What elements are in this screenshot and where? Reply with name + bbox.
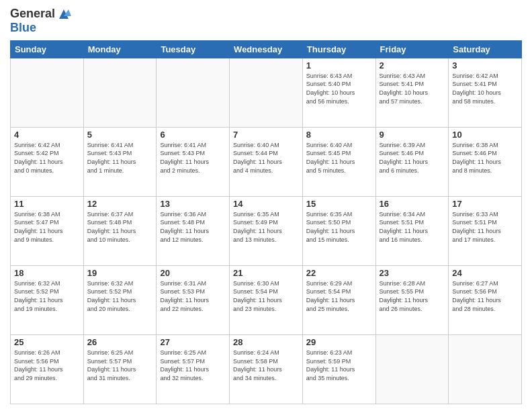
day-cell: 29Sunrise: 6:23 AMSunset: 5:59 PMDayligh… — [302, 334, 375, 404]
logo-icon — [56, 7, 71, 21]
day-info: Sunrise: 6:32 AMSunset: 5:52 PMDaylight:… — [14, 279, 80, 313]
day-number: 12 — [87, 199, 153, 209]
logo-text-blue: Blue — [10, 21, 71, 35]
day-cell: 10Sunrise: 6:38 AMSunset: 5:46 PMDayligh… — [449, 127, 522, 196]
day-info: Sunrise: 6:25 AMSunset: 5:57 PMDaylight:… — [160, 349, 226, 382]
day-info: Sunrise: 6:33 AMSunset: 5:51 PMDaylight:… — [452, 210, 518, 244]
day-cell: 3Sunrise: 6:42 AMSunset: 5:41 PMDaylight… — [449, 58, 522, 127]
day-number: 9 — [380, 130, 445, 140]
day-number: 7 — [233, 130, 299, 140]
day-info: Sunrise: 6:39 AMSunset: 5:46 PMDaylight:… — [380, 141, 445, 175]
day-number: 15 — [306, 199, 372, 209]
col-header-saturday: Saturday — [449, 40, 522, 58]
day-number: 10 — [452, 130, 518, 140]
day-number: 20 — [160, 268, 226, 278]
day-cell: 26Sunrise: 6:25 AMSunset: 5:57 PMDayligh… — [83, 334, 157, 404]
day-cell: 19Sunrise: 6:32 AMSunset: 5:52 PMDayligh… — [83, 265, 157, 334]
day-info: Sunrise: 6:35 AMSunset: 5:50 PMDaylight:… — [306, 210, 372, 244]
day-number: 4 — [14, 130, 80, 140]
day-info: Sunrise: 6:34 AMSunset: 5:51 PMDaylight:… — [380, 210, 445, 244]
col-header-tuesday: Tuesday — [157, 40, 230, 58]
day-number: 22 — [306, 268, 372, 278]
day-cell: 23Sunrise: 6:28 AMSunset: 5:55 PMDayligh… — [375, 265, 449, 334]
day-cell — [83, 58, 157, 127]
day-number: 24 — [452, 268, 518, 278]
page: General Blue SundayMondayTuesdayWednesda… — [0, 0, 532, 411]
day-info: Sunrise: 6:35 AMSunset: 5:49 PMDaylight:… — [233, 210, 299, 244]
day-number: 21 — [233, 268, 299, 278]
day-info: Sunrise: 6:36 AMSunset: 5:48 PMDaylight:… — [160, 210, 226, 244]
day-info: Sunrise: 6:41 AMSunset: 5:43 PMDaylight:… — [87, 141, 153, 175]
day-cell: 5Sunrise: 6:41 AMSunset: 5:43 PMDaylight… — [83, 127, 157, 196]
day-number: 28 — [233, 337, 299, 347]
day-number: 6 — [160, 130, 226, 140]
col-header-thursday: Thursday — [302, 40, 375, 58]
day-cell: 25Sunrise: 6:26 AMSunset: 5:56 PMDayligh… — [11, 334, 84, 404]
day-number: 16 — [380, 199, 445, 209]
day-cell: 11Sunrise: 6:38 AMSunset: 5:47 PMDayligh… — [11, 196, 84, 265]
day-info: Sunrise: 6:26 AMSunset: 5:56 PMDaylight:… — [14, 349, 80, 382]
day-number: 25 — [14, 337, 80, 347]
day-info: Sunrise: 6:38 AMSunset: 5:47 PMDaylight:… — [14, 210, 80, 244]
day-number: 19 — [87, 268, 153, 278]
day-cell: 15Sunrise: 6:35 AMSunset: 5:50 PMDayligh… — [302, 196, 375, 265]
day-info: Sunrise: 6:43 AMSunset: 5:40 PMDaylight:… — [306, 72, 372, 105]
day-cell: 18Sunrise: 6:32 AMSunset: 5:52 PMDayligh… — [11, 265, 84, 334]
day-cell — [375, 334, 449, 404]
day-cell: 28Sunrise: 6:24 AMSunset: 5:58 PMDayligh… — [230, 334, 303, 404]
day-info: Sunrise: 6:24 AMSunset: 5:58 PMDaylight:… — [233, 349, 299, 382]
day-cell: 2Sunrise: 6:43 AMSunset: 5:41 PMDaylight… — [375, 58, 449, 127]
day-number: 23 — [380, 268, 445, 278]
week-row-5: 25Sunrise: 6:26 AMSunset: 5:56 PMDayligh… — [11, 334, 522, 404]
day-cell: 6Sunrise: 6:41 AMSunset: 5:43 PMDaylight… — [157, 127, 230, 196]
day-number: 26 — [87, 337, 153, 347]
day-info: Sunrise: 6:43 AMSunset: 5:41 PMDaylight:… — [380, 72, 445, 105]
calendar-header-row: SundayMondayTuesdayWednesdayThursdayFrid… — [11, 40, 522, 58]
day-number: 2 — [380, 60, 445, 71]
day-cell — [157, 58, 230, 127]
week-row-3: 11Sunrise: 6:38 AMSunset: 5:47 PMDayligh… — [11, 196, 522, 265]
day-number: 17 — [452, 199, 518, 209]
week-row-4: 18Sunrise: 6:32 AMSunset: 5:52 PMDayligh… — [11, 265, 522, 334]
day-cell: 24Sunrise: 6:27 AMSunset: 5:56 PMDayligh… — [449, 265, 522, 334]
day-cell: 9Sunrise: 6:39 AMSunset: 5:46 PMDaylight… — [375, 127, 449, 196]
logo: General Blue — [10, 7, 71, 35]
day-cell — [230, 58, 303, 127]
logo-text-general: General — [10, 7, 55, 21]
day-info: Sunrise: 6:29 AMSunset: 5:54 PMDaylight:… — [306, 279, 372, 313]
day-number: 5 — [87, 130, 153, 140]
day-cell — [11, 58, 84, 127]
day-cell: 1Sunrise: 6:43 AMSunset: 5:40 PMDaylight… — [302, 58, 375, 127]
day-number: 18 — [14, 268, 80, 278]
day-info: Sunrise: 6:42 AMSunset: 5:42 PMDaylight:… — [14, 141, 80, 175]
day-cell: 12Sunrise: 6:37 AMSunset: 5:48 PMDayligh… — [83, 196, 157, 265]
day-info: Sunrise: 6:42 AMSunset: 5:41 PMDaylight:… — [452, 72, 518, 105]
day-info: Sunrise: 6:40 AMSunset: 5:44 PMDaylight:… — [233, 141, 299, 175]
day-number: 3 — [452, 60, 518, 71]
day-info: Sunrise: 6:40 AMSunset: 5:45 PMDaylight:… — [306, 141, 372, 175]
calendar-table: SundayMondayTuesdayWednesdayThursdayFrid… — [10, 40, 522, 404]
col-header-monday: Monday — [83, 40, 157, 58]
col-header-wednesday: Wednesday — [230, 40, 303, 58]
day-number: 11 — [14, 199, 80, 209]
day-info: Sunrise: 6:30 AMSunset: 5:54 PMDaylight:… — [233, 279, 299, 313]
day-cell: 7Sunrise: 6:40 AMSunset: 5:44 PMDaylight… — [230, 127, 303, 196]
day-info: Sunrise: 6:37 AMSunset: 5:48 PMDaylight:… — [87, 210, 153, 244]
day-cell: 8Sunrise: 6:40 AMSunset: 5:45 PMDaylight… — [302, 127, 375, 196]
day-number: 1 — [306, 60, 372, 71]
day-cell: 17Sunrise: 6:33 AMSunset: 5:51 PMDayligh… — [449, 196, 522, 265]
day-info: Sunrise: 6:25 AMSunset: 5:57 PMDaylight:… — [87, 349, 153, 382]
day-number: 13 — [160, 199, 226, 209]
day-cell: 13Sunrise: 6:36 AMSunset: 5:48 PMDayligh… — [157, 196, 230, 265]
day-cell: 14Sunrise: 6:35 AMSunset: 5:49 PMDayligh… — [230, 196, 303, 265]
day-cell: 22Sunrise: 6:29 AMSunset: 5:54 PMDayligh… — [302, 265, 375, 334]
week-row-1: 1Sunrise: 6:43 AMSunset: 5:40 PMDaylight… — [11, 58, 522, 127]
day-info: Sunrise: 6:41 AMSunset: 5:43 PMDaylight:… — [160, 141, 226, 175]
day-cell: 16Sunrise: 6:34 AMSunset: 5:51 PMDayligh… — [375, 196, 449, 265]
day-info: Sunrise: 6:32 AMSunset: 5:52 PMDaylight:… — [87, 279, 153, 313]
header: General Blue — [10, 7, 522, 35]
week-row-2: 4Sunrise: 6:42 AMSunset: 5:42 PMDaylight… — [11, 127, 522, 196]
day-number: 27 — [160, 337, 226, 347]
day-cell: 21Sunrise: 6:30 AMSunset: 5:54 PMDayligh… — [230, 265, 303, 334]
col-header-sunday: Sunday — [11, 40, 84, 58]
